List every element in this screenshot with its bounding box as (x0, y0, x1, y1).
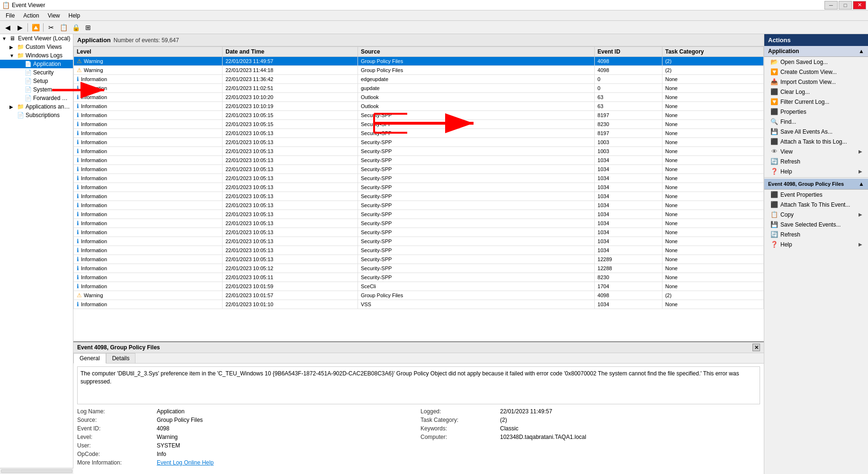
action-copy[interactable]: 📋 Copy ▶ (764, 210, 868, 219)
label-event-id: Event ID: (77, 425, 153, 432)
action-create-custom-view[interactable]: 🔽 Create Custom View... (764, 67, 868, 77)
tree-item-security[interactable]: 📄 Security (0, 68, 73, 77)
table-row[interactable]: ⚠Warning22/01/2023 10:01:57Group Policy … (74, 291, 764, 300)
tree-item-application[interactable]: 📄 Application (0, 60, 73, 68)
tab-details[interactable]: Details (106, 353, 136, 363)
more-info-link[interactable]: Event Log Online Help (157, 459, 417, 466)
table-row[interactable]: ℹInformation22/01/2023 10:05:13Security-… (74, 210, 764, 219)
menu-view[interactable]: View (44, 11, 64, 20)
table-row[interactable]: ℹInformation22/01/2023 10:05:11Security-… (74, 273, 764, 282)
tree-item-subscriptions[interactable]: 📄 Subscriptions (0, 111, 73, 119)
action-properties[interactable]: ⬛ Properties (764, 107, 868, 117)
action-filter-current-log[interactable]: 🔽 Filter Current Log... (764, 97, 868, 107)
restore-button[interactable]: □ (839, 1, 852, 9)
table-row[interactable]: ⚠Warning22/01/2023 11:44:18Group Policy … (74, 66, 764, 75)
back-button[interactable]: ◀ (2, 22, 13, 33)
tree-item-windows-logs[interactable]: ▼ 📁 Windows Logs (0, 51, 73, 60)
action-attach-task-log[interactable]: ⬛ Attach a Task to this Log... (764, 137, 868, 146)
cell-taskcategory: None (662, 120, 763, 129)
table-row[interactable]: ℹInformation22/01/2023 10:05:13Security-… (74, 237, 764, 246)
table-row[interactable]: ℹInformation22/01/2023 10:05:13Security-… (74, 129, 764, 138)
tree-label-setup: Setup (33, 78, 48, 84)
tree-icon-windows-logs: 📁 (17, 52, 25, 59)
action-find[interactable]: 🔍 Find... (764, 117, 868, 127)
view-icon: 👁 (770, 148, 779, 155)
cell-datetime: 22/01/2023 10:05:13 (223, 156, 358, 165)
cell-eventid: 8197 (594, 111, 662, 120)
cell-taskcategory: None (662, 192, 763, 201)
table-row[interactable]: ℹInformation22/01/2023 10:10:20Outlook63… (74, 93, 764, 102)
tree-item-system[interactable]: 📄 System ← (0, 85, 73, 94)
grid-button[interactable]: ⊞ (82, 22, 94, 33)
col-eventid[interactable]: Event ID (594, 47, 662, 57)
action-refresh-event[interactable]: 🔄 Refresh (764, 229, 868, 239)
tree-item-setup[interactable]: 📄 Setup (0, 77, 73, 85)
menu-help[interactable]: Help (65, 11, 84, 20)
table-row[interactable]: ℹInformation22/01/2023 10:05:13Security-… (74, 246, 764, 255)
action-clear-log[interactable]: ⬛ Clear Log... (764, 87, 868, 97)
table-row[interactable]: ℹInformation22/01/2023 10:05:13Security-… (74, 183, 764, 192)
close-button[interactable]: ✕ (853, 1, 866, 9)
table-row[interactable]: ℹInformation22/01/2023 10:05:15Security-… (74, 120, 764, 129)
tree-item-app-services[interactable]: ▶ 📁 Applications and Services Lo... (0, 102, 73, 111)
action-import-custom-view[interactable]: 📥 Import Custom View... (764, 77, 868, 87)
properties-label: Properties (780, 109, 862, 115)
table-row[interactable]: ℹInformation22/01/2023 10:01:10VSS1034No… (74, 300, 764, 309)
cell-taskcategory: (2) (662, 291, 763, 300)
table-row[interactable]: ℹInformation22/01/2023 10:05:13Security-… (74, 201, 764, 210)
actions-event-header[interactable]: Event 4098, Group Policy Files ▲ (764, 179, 868, 190)
table-row[interactable]: ⚠Warning22/01/2023 11:49:57Group Policy … (74, 57, 764, 66)
table-row[interactable]: ℹInformation22/01/2023 11:02:51gupdate0N… (74, 84, 764, 93)
col-datetime[interactable]: Date and Time (223, 47, 358, 57)
tree-item-forwarded-events[interactable]: 📄 Forwarded Events (0, 94, 73, 102)
lock-button[interactable]: 🔒 (70, 22, 81, 33)
col-level[interactable]: Level (74, 47, 223, 57)
action-help-app[interactable]: ❓ Help ▶ (764, 166, 868, 176)
tab-general[interactable]: General (73, 353, 106, 364)
action-refresh-app[interactable]: 🔄 Refresh (764, 156, 868, 166)
cell-taskcategory: None (662, 210, 763, 219)
table-row[interactable]: ℹInformation22/01/2023 10:05:13Security-… (74, 228, 764, 237)
forward-button[interactable]: ▶ (14, 22, 26, 33)
table-row[interactable]: ℹInformation22/01/2023 10:05:13Security-… (74, 174, 764, 183)
tree-item-custom-views[interactable]: ▶ 📁 Custom Views (0, 43, 73, 51)
action-help-event[interactable]: ❓ Help ▶ (764, 239, 868, 249)
up-button[interactable]: 🔼 (30, 22, 41, 33)
action-event-properties[interactable]: ⬛ Event Properties (764, 190, 868, 200)
table-row[interactable]: ℹInformation22/01/2023 10:05:13Security-… (74, 255, 764, 264)
table-row[interactable]: ℹInformation22/01/2023 10:01:59SceCli170… (74, 282, 764, 291)
table-row[interactable]: ℹInformation22/01/2023 10:10:19Outlook63… (74, 102, 764, 111)
menu-action[interactable]: Action (19, 11, 43, 20)
tree-item-event-viewer-local[interactable]: ▼ 🖥 Event Viewer (Local) (0, 34, 73, 43)
col-source[interactable]: Source (358, 47, 594, 57)
event-table-container[interactable]: Level Date and Time Source Event ID Task… (73, 46, 764, 341)
detail-close-button[interactable]: ✕ (752, 344, 760, 351)
action-open-saved-log[interactable]: 📂 Open Saved Log... (764, 57, 868, 67)
action-save-all-events[interactable]: 💾 Save All Events As... (764, 127, 868, 137)
cell-eventid: 1003 (594, 138, 662, 147)
table-row[interactable]: ℹInformation22/01/2023 10:05:13Security-… (74, 138, 764, 147)
action-save-selected-events[interactable]: 💾 Save Selected Events... (764, 219, 868, 229)
table-row[interactable]: ℹInformation22/01/2023 10:05:13Security-… (74, 147, 764, 156)
table-row[interactable]: ℹInformation22/01/2023 11:36:42edgeupdat… (74, 75, 764, 84)
action-attach-task-event[interactable]: ⬛ Attach Task To This Event... (764, 200, 868, 210)
table-row[interactable]: ℹInformation22/01/2023 10:05:13Security-… (74, 219, 764, 228)
table-row[interactable]: ℹInformation22/01/2023 10:05:15Security-… (74, 111, 764, 120)
table-row[interactable]: ℹInformation22/01/2023 10:05:13Security-… (74, 192, 764, 201)
show-hide-button[interactable]: ✂ (45, 22, 57, 33)
cell-datetime: 22/01/2023 11:36:42 (223, 75, 358, 84)
table-row[interactable]: ℹInformation22/01/2023 10:05:12Security-… (74, 264, 764, 273)
table-row[interactable]: ℹInformation22/01/2023 10:05:13Security-… (74, 156, 764, 165)
minimize-button[interactable]: ─ (824, 1, 838, 9)
actions-app-header[interactable]: Application ▲ (764, 46, 868, 57)
value-computer: 102348D.taqabratani.TAQA1.local (500, 434, 760, 440)
cell-source: Group Policy Files (358, 66, 594, 75)
table-row[interactable]: ℹInformation22/01/2023 10:05:13Security-… (74, 165, 764, 174)
menu-file[interactable]: File (2, 11, 18, 20)
action-view[interactable]: 👁 View ▶ (764, 146, 868, 156)
copy-button[interactable]: 📋 (58, 22, 69, 33)
main-container: ▼ 🖥 Event Viewer (Local) ▶ 📁 Custom View… (0, 34, 868, 474)
cell-datetime: 22/01/2023 10:05:13 (223, 201, 358, 210)
cell-taskcategory: None (662, 75, 763, 84)
col-taskcategory[interactable]: Task Category (662, 47, 763, 57)
